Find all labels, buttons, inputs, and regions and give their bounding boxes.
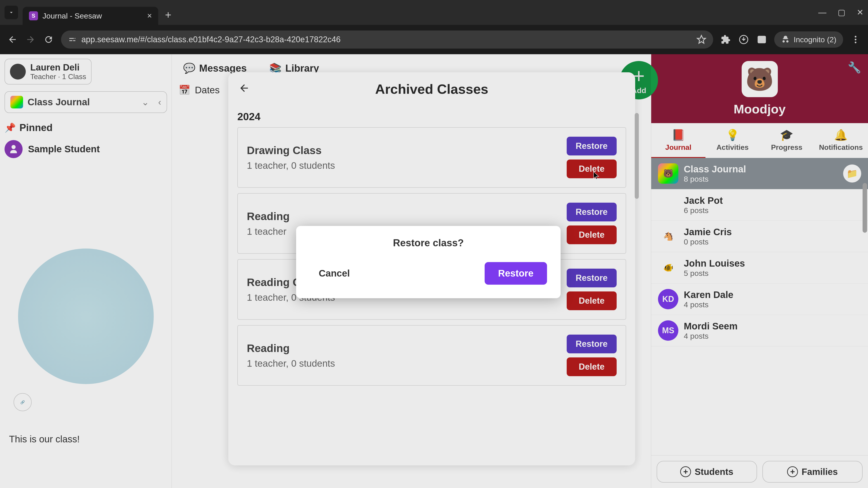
journal-caption: This is our class! — [4, 434, 167, 445]
nav-forward-button[interactable] — [25, 34, 36, 45]
list-item-name: Jamie Cris — [684, 227, 861, 237]
list-item-avatar: JP — [658, 195, 678, 215]
left-sidebar: Lauren Deli Teacher · 1 Class Class Jour… — [0, 54, 172, 488]
journal-list-item[interactable]: MS Mordi Seem 4 posts — [651, 315, 868, 346]
incognito-label: Incognito (2) — [794, 35, 836, 44]
modal-restore-button[interactable]: Restore — [485, 262, 547, 285]
nav-reload-button[interactable] — [43, 34, 54, 45]
restore-confirm-modal: Restore class? Cancel Restore — [296, 226, 561, 298]
list-item-meta: 4 posts — [684, 300, 861, 309]
list-item-name: Karen Dale — [684, 289, 861, 300]
families-button[interactable]: + Families — [763, 461, 863, 483]
class-avatar: 🐻 — [742, 61, 778, 97]
tab-notifications[interactable]: 🔔 Notifications — [814, 123, 868, 158]
main-content: 💬 Messages 📚 Library 📅 Dates Archived Cl… — [172, 54, 651, 488]
activities-icon: 💡 — [708, 129, 757, 141]
journal-list-item[interactable]: JP Jack Pot 6 posts — [651, 189, 868, 221]
journal-list: 🐻 Class Journal 8 posts 📁 JP Jack Pot 6 … — [651, 158, 868, 346]
window-maximize-icon[interactable]: ▢ — [838, 8, 845, 17]
svg-rect-1 — [758, 36, 766, 43]
bookmark-star-icon[interactable] — [696, 35, 706, 44]
notifications-icon: 🔔 — [816, 129, 866, 141]
progress-icon: 🎓 — [762, 129, 812, 141]
class-journal-selector[interactable]: Class Journal ⌄ ‹ — [4, 91, 167, 113]
journal-icon: 📕 — [653, 129, 703, 141]
svg-point-5 — [855, 41, 856, 43]
plus-circle-icon: + — [787, 466, 798, 477]
chevron-down-icon: ⌄ — [142, 97, 149, 107]
user-avatar — [10, 64, 26, 79]
browser-menu-icon[interactable] — [850, 34, 861, 45]
list-item-avatar: 🐻 — [658, 163, 678, 184]
list-item-name: Jack Pot — [684, 195, 861, 206]
url-bar[interactable]: app.seesaw.me/#/class/class.e01bf4c2-9a2… — [61, 31, 713, 48]
window-close-icon[interactable]: ✕ — [857, 8, 864, 17]
incognito-icon — [781, 35, 790, 44]
nav-back-button[interactable] — [7, 34, 18, 45]
class-header: 🔧 🐻 Moodjoy — [651, 54, 868, 123]
list-item-name: John Louises — [684, 258, 861, 269]
url-text: app.seesaw.me/#/class/class.e01bf4c2-9a2… — [81, 35, 341, 44]
tab-favicon: S — [29, 11, 38, 20]
modal-title: Restore class? — [310, 237, 547, 249]
browser-tab-strip: S Journal - Seesaw × + — ▢ ✕ — [0, 0, 868, 25]
list-item-avatar: MS — [658, 320, 678, 341]
tab-title: Journal - Seesaw — [42, 11, 143, 20]
journal-image-placeholder — [18, 249, 154, 384]
modal-cancel-button[interactable]: Cancel — [310, 263, 359, 283]
list-item-meta: 5 posts — [684, 269, 861, 278]
journal-list-item[interactable]: 🐴 Jamie Cris 0 posts — [651, 221, 868, 252]
svg-point-3 — [855, 36, 856, 37]
list-item-meta: 8 posts — [684, 175, 838, 184]
window-controls: — ▢ ✕ — [818, 8, 864, 17]
student-row[interactable]: Sample Student — [4, 140, 167, 158]
new-tab-button[interactable]: + — [165, 8, 171, 21]
list-item-avatar: 🐴 — [658, 226, 678, 247]
window-minimize-icon[interactable]: — — [818, 8, 827, 17]
site-settings-icon[interactable] — [68, 35, 77, 44]
list-item-avatar: 🐠 — [658, 258, 678, 278]
list-item-name: Mordi Seem — [684, 321, 861, 332]
student-name: Sample Student — [28, 144, 100, 155]
user-profile-chip[interactable]: Lauren Deli Teacher · 1 Class — [4, 59, 92, 85]
address-bar: app.seesaw.me/#/class/class.e01bf4c2-9a2… — [0, 25, 868, 54]
tab-search-dropdown[interactable] — [4, 6, 18, 19]
students-button[interactable]: + Students — [657, 461, 757, 483]
tab-progress[interactable]: 🎓 Progress — [760, 123, 814, 158]
tab-activities[interactable]: 💡 Activities — [706, 123, 760, 158]
right-tabs: 📕 Journal 💡 Activities 🎓 Progress 🔔 Noti… — [651, 123, 868, 158]
right-footer: + Students + Families — [651, 455, 868, 488]
link-icon[interactable]: 🔗 — [13, 393, 32, 411]
svg-point-4 — [855, 39, 856, 40]
browser-tab[interactable]: S Journal - Seesaw × — [23, 7, 158, 25]
chevron-left-icon[interactable]: ‹ — [158, 97, 161, 107]
settings-wrench-icon[interactable]: 🔧 — [848, 61, 861, 74]
list-item-meta: 6 posts — [684, 206, 861, 215]
folder-icon[interactable]: 📁 — [843, 164, 861, 183]
user-role: Teacher · 1 Class — [30, 72, 86, 81]
plus-circle-icon: + — [680, 466, 691, 477]
list-item-avatar: KD — [658, 289, 678, 309]
journal-list-item[interactable]: KD Karen Dale 4 posts — [651, 284, 868, 315]
pinned-header: Pinned — [4, 122, 167, 133]
list-item-meta: 4 posts — [684, 332, 861, 340]
side-panel-icon[interactable] — [756, 34, 767, 45]
user-name: Lauren Deli — [30, 62, 86, 72]
right-scrollbar[interactable] — [863, 183, 867, 233]
tab-close-icon[interactable]: × — [147, 11, 152, 21]
incognito-badge[interactable]: Incognito (2) — [774, 31, 843, 48]
right-sidebar: + Add 🔧 🐻 Moodjoy 📕 Journal 💡 Activities… — [651, 54, 868, 488]
list-item-meta: 0 posts — [684, 237, 861, 246]
class-title: Moodjoy — [658, 102, 861, 116]
list-item-name: Class Journal — [684, 164, 838, 175]
class-journal-icon — [10, 96, 23, 108]
class-journal-label: Class Journal — [28, 97, 137, 107]
journal-list-item[interactable]: 🐠 John Louises 5 posts — [651, 252, 868, 284]
downloads-icon[interactable] — [738, 34, 749, 45]
student-avatar-icon — [4, 140, 23, 158]
journal-list-item[interactable]: 🐻 Class Journal 8 posts 📁 — [651, 158, 868, 189]
extensions-icon[interactable] — [720, 34, 731, 45]
tab-journal[interactable]: 📕 Journal — [651, 123, 706, 158]
